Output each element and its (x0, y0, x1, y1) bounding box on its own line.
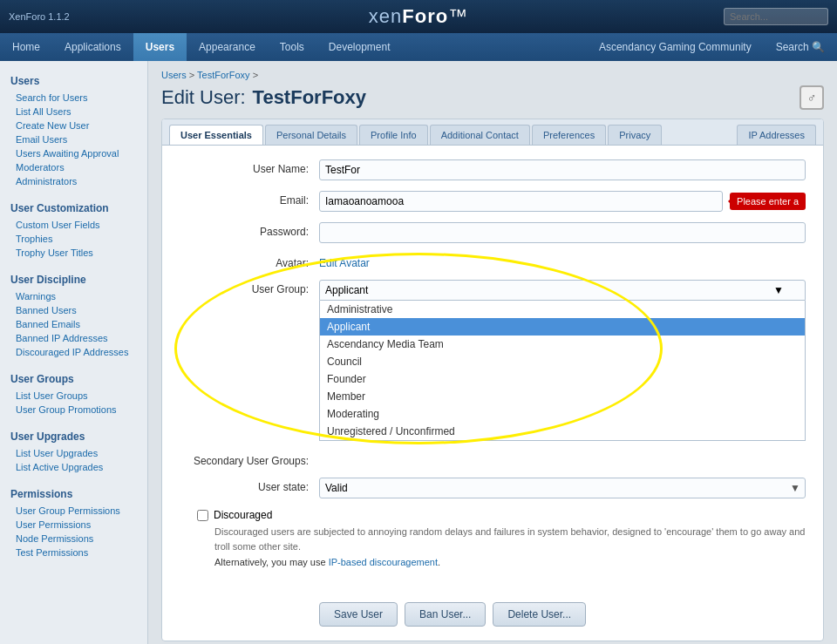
usergroup-dropdown-container: Applicant ▼ Administrative Applicant Asc… (319, 280, 806, 441)
breadcrumb-username[interactable]: TestForFoxy (197, 70, 250, 80)
tab-personal-details[interactable]: Personal Details (265, 125, 357, 145)
email-label: Email: (180, 191, 319, 207)
usergroup-option-moderating[interactable]: Moderating (320, 405, 805, 423)
gender-icon: ♂ (800, 85, 824, 110)
userstate-dropdown-wrapper: Valid Awaiting Email Confirmation Awaiti… (319, 478, 806, 498)
sidebar-item-discouraged-ips[interactable]: Discouraged IP Addresses (0, 345, 147, 359)
ban-button[interactable]: Ban User... (405, 602, 486, 627)
page-title: Edit User: TestForFoxy ♂ (161, 85, 824, 110)
password-label: Password: (180, 222, 319, 238)
delete-button[interactable]: Delete User... (493, 602, 586, 627)
breadcrumb-users[interactable]: Users (161, 70, 187, 80)
sidebar-item-banned-ips[interactable]: Banned IP Addresses (0, 331, 147, 345)
sidebar-item-group-promotions[interactable]: User Group Promotions (0, 403, 147, 417)
sidebar-item-user-permissions[interactable]: User Permissions (0, 518, 147, 532)
sidebar-item-trophies[interactable]: Trophies (0, 232, 147, 246)
sidebar-item-active-upgrades[interactable]: List Active Upgrades (0, 460, 147, 474)
nav-bar: Home Applications Users Appearance Tools… (0, 33, 837, 61)
sidebar-item-list-upgrades[interactable]: List User Upgrades (0, 446, 147, 460)
password-control (319, 222, 806, 243)
sidebar-section-permissions: Permissions (0, 481, 147, 504)
discouraged-label[interactable]: Discouraged (197, 509, 806, 521)
email-input[interactable] (319, 191, 723, 212)
discouraged-checkbox[interactable] (197, 510, 208, 521)
tabs: User Essentials Personal Details Profile… (162, 119, 823, 146)
sidebar-section-upgrades: User Upgrades (0, 424, 147, 446)
avatar-row: Avatar: Edit Avatar (180, 254, 806, 269)
save-button[interactable]: Save User (319, 602, 398, 627)
userstate-row: User state: Valid Awaiting Email Confirm… (180, 478, 806, 498)
nav-tools[interactable]: Tools (268, 33, 316, 61)
nav-appearance[interactable]: Appearance (187, 33, 268, 61)
nav-development[interactable]: Development (316, 33, 403, 61)
usergroup-dropdown-trigger[interactable]: Applicant ▼ (319, 280, 806, 301)
username-input[interactable] (319, 159, 806, 180)
email-row-wrapper: Please enter a (319, 191, 806, 212)
usergroup-option-founder[interactable]: Founder (320, 370, 805, 388)
discouraged-section: Discouraged Discouraged users are subjec… (180, 509, 806, 567)
usergroup-option-media-team[interactable]: Ascendancy Media Team (320, 336, 805, 353)
usergroup-dropdown-list: Administrative Applicant Ascendancy Medi… (319, 301, 806, 441)
discouraged-label-text: Discouraged (214, 509, 272, 521)
username-row: User Name: (180, 159, 806, 180)
discouraged-alt: Alternatively, you may use IP-based disc… (214, 557, 806, 567)
sidebar-section-customization: User Customization (0, 195, 147, 218)
usergroup-option-applicant[interactable]: Applicant (320, 318, 805, 336)
content: Users > TestForFoxy > Edit User: TestFor… (148, 61, 837, 644)
usergroup-option-member[interactable]: Member (320, 388, 805, 405)
search-top[interactable] (724, 8, 828, 25)
sidebar-item-trophy-titles[interactable]: Trophy User Titles (0, 246, 147, 260)
ip-discouragement-link[interactable]: IP-based discouragement (329, 557, 438, 567)
usergroup-row: User Group: Applicant ▼ Administrative A… (180, 280, 806, 441)
sidebar-section-users: Users (0, 68, 147, 91)
tab-profile-info[interactable]: Profile Info (359, 125, 428, 145)
action-buttons: Save User Ban User... Delete User... (162, 595, 823, 641)
page-title-prefix: Edit User: (161, 86, 246, 109)
sidebar-item-list-users[interactable]: List All Users (0, 105, 147, 119)
sidebar-item-moderators[interactable]: Moderators (0, 160, 147, 174)
nav-home[interactable]: Home (0, 33, 52, 61)
sidebar-item-search-users[interactable]: Search for Users (0, 91, 147, 105)
sidebar-item-banned-users[interactable]: Banned Users (0, 303, 147, 317)
avatar-control: Edit Avatar (319, 254, 806, 269)
sidebar-item-list-groups[interactable]: List User Groups (0, 389, 147, 403)
userstate-select[interactable]: Valid Awaiting Email Confirmation Awaiti… (319, 478, 806, 498)
sidebar-item-test-permissions[interactable]: Test Permissions (0, 546, 147, 559)
page-title-username: TestForFoxy (253, 86, 366, 109)
usergroup-label: User Group: (180, 280, 319, 295)
sidebar-item-custom-fields[interactable]: Custom User Fields (0, 218, 147, 232)
avatar-link[interactable]: Edit Avatar (319, 254, 370, 269)
sidebar-item-node-permissions[interactable]: Node Permissions (0, 532, 147, 546)
password-input[interactable] (319, 222, 806, 243)
usergroup-selected-value: Applicant (325, 284, 368, 296)
usergroup-option-administrative[interactable]: Administrative (320, 301, 805, 318)
tab-privacy[interactable]: Privacy (608, 125, 662, 145)
tab-preferences[interactable]: Preferences (532, 125, 606, 145)
sidebar-item-banned-emails[interactable]: Banned Emails (0, 317, 147, 331)
email-error: Please enter a (730, 193, 806, 210)
password-row: Password: (180, 222, 806, 243)
search-nav[interactable]: Search 🔍 (764, 41, 837, 53)
breadcrumb: Users > TestForFoxy > (161, 70, 824, 80)
sidebar-item-create-user[interactable]: Create New User (0, 119, 147, 132)
usergroup-option-council[interactable]: Council (320, 353, 805, 370)
main-layout: Users Search for Users List All Users Cr… (0, 61, 837, 644)
username-label: User Name: (180, 159, 319, 175)
logo-foro: Foro (402, 5, 448, 27)
sidebar-item-warnings[interactable]: Warnings (0, 289, 147, 303)
tab-ip-addresses[interactable]: IP Addresses (737, 125, 816, 145)
usergroup-option-unregistered[interactable]: Unregistered / Unconfirmed (320, 423, 805, 440)
sidebar-item-group-permissions[interactable]: User Group Permissions (0, 504, 147, 518)
search-input-top[interactable] (724, 8, 828, 25)
logo-xen: xen (369, 5, 402, 27)
sidebar-item-email-users[interactable]: Email Users (0, 132, 147, 146)
nav-applications[interactable]: Applications (52, 33, 133, 61)
tab-additional-contact[interactable]: Additional Contact (430, 125, 530, 145)
discouraged-description: Discouraged users are subjected to annoy… (214, 525, 806, 553)
sidebar-item-administrators[interactable]: Administrators (0, 174, 147, 188)
username-control (319, 159, 806, 180)
nav-users[interactable]: Users (133, 33, 187, 61)
top-bar: XenForo 1.1.2 xenForo™ (0, 0, 837, 33)
tab-user-essentials[interactable]: User Essentials (169, 125, 263, 145)
sidebar-item-awaiting-approval[interactable]: Users Awaiting Approval (0, 146, 147, 160)
